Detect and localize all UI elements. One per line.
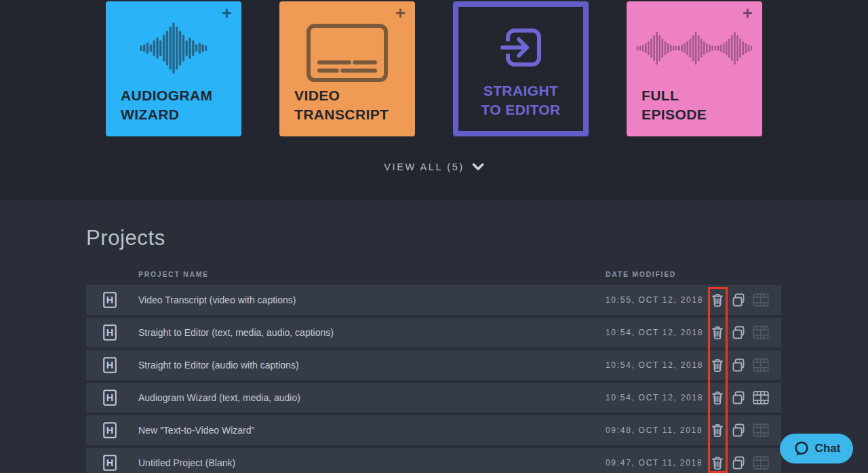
template-card-video-transcript[interactable]: + VIDEO TRANSCRIPT [279,1,415,136]
project-date: 10:54, OCT 12, 2018 [606,328,703,337]
chat-label: Chat [815,442,841,455]
project-date: 10:54, OCT 12, 2018 [606,393,703,402]
svg-text:H: H [106,360,113,371]
projects-heading: Projects [86,226,165,250]
template-card-straight-to-editor[interactable]: STRAIGHT TO EDITOR [453,1,589,136]
svg-text:H: H [106,425,113,436]
template-card-list: + AUDIOGRAM WIZARD + VIDEO TRANSCRIPT [106,1,762,136]
duplicate-copy-icon[interactable] [728,318,749,347]
delete-trash-icon[interactable] [707,415,728,445]
project-name: Straight to Editor (text, media, audio, … [138,327,334,338]
export-video-film-icon[interactable] [751,415,771,445]
template-card-full-episode[interactable]: + FULL EPISODE [627,1,762,136]
enter-editor-icon [496,23,545,72]
svg-text:H: H [106,295,113,305]
project-name: Video Transcript (video with captions) [138,295,296,305]
view-all-button[interactable]: VIEW ALL (5) [0,157,868,177]
project-date: 10:54, OCT 12, 2018 [606,360,703,370]
project-row[interactable]: H Untitled Project (Blank) 09:47, OCT 11… [86,448,781,473]
chat-button[interactable]: Chat [780,434,853,463]
duplicate-copy-icon[interactable] [728,285,749,315]
headliner-logo-icon: H [103,422,117,438]
chat-bubble-icon [793,440,810,457]
delete-trash-icon[interactable] [707,318,728,347]
export-video-film-icon[interactable] [751,383,771,413]
add-plus-icon[interactable]: + [743,3,753,24]
project-row[interactable]: H Audiogram Wizard (text, media, audio) … [86,383,781,413]
project-name: New "Text-to-Video Wizard" [138,425,255,436]
svg-text:H: H [106,457,113,468]
project-list: H Video Transcript (video with captions)… [86,285,781,473]
card-title: STRAIGHT TO EDITOR [481,81,560,119]
add-plus-icon[interactable]: + [395,3,406,24]
view-all-label: VIEW ALL (5) [384,162,465,172]
delete-trash-icon[interactable] [707,383,728,413]
delete-trash-icon[interactable] [707,448,728,473]
project-date: 09:47, OCT 11, 2018 [606,458,703,468]
svg-text:H: H [106,392,113,403]
project-row[interactable]: H New "Text-to-Video Wizard" 09:48, OCT … [86,415,781,445]
card-title: FULL EPISODE [642,86,749,124]
export-video-film-icon[interactable] [751,285,771,315]
project-name: Straight to Editor (audio with captions) [138,360,299,371]
duplicate-copy-icon[interactable] [728,350,749,380]
project-row[interactable]: H Straight to Editor (text, media, audio… [86,318,781,347]
svg-text:H: H [106,327,113,338]
headliner-logo-icon: H [103,357,117,373]
column-header-project-name: PROJECT NAME [138,270,209,278]
delete-trash-icon[interactable] [707,285,728,315]
duplicate-copy-icon[interactable] [728,383,749,413]
add-plus-icon[interactable]: + [222,3,232,24]
headliner-logo-icon: H [103,292,117,308]
project-date: 09:48, OCT 11, 2018 [606,425,703,435]
video-transcript-icon [306,23,389,83]
project-name: Untitled Project (Blank) [138,457,235,468]
template-card-audiogram-wizard[interactable]: + AUDIOGRAM WIZARD [106,1,241,136]
project-row[interactable]: H Straight to Editor (audio with caption… [86,350,781,380]
project-date: 10:55, OCT 12, 2018 [606,295,703,305]
project-name: Audiogram Wizard (text, media, audio) [138,392,300,403]
audiogram-waveform-icon [140,22,207,75]
card-title: VIDEO TRANSCRIPT [294,86,401,124]
full-episode-waveform-icon [637,31,753,65]
duplicate-copy-icon[interactable] [728,448,749,473]
column-header-date-modified: DATE MODIFIED [606,270,676,278]
export-video-film-icon[interactable] [751,350,771,380]
project-row[interactable]: H Video Transcript (video with captions)… [86,285,781,315]
headliner-logo-icon: H [103,455,117,471]
duplicate-copy-icon[interactable] [728,415,749,445]
export-video-film-icon[interactable] [751,318,771,347]
chevron-down-icon [472,163,484,171]
card-title: AUDIOGRAM WIZARD [121,86,228,124]
headliner-logo-icon: H [103,390,117,406]
export-video-film-icon[interactable] [751,448,771,473]
headliner-logo-icon: H [103,324,117,341]
delete-trash-icon[interactable] [707,350,728,380]
